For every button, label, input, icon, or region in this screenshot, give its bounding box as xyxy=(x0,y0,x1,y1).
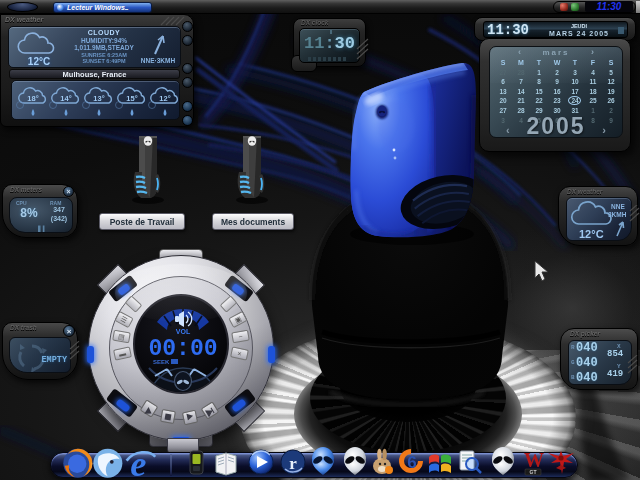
svg-text:14°: 14° xyxy=(60,94,71,103)
svg-text:18°: 18° xyxy=(27,94,38,103)
svg-text:15°: 15° xyxy=(126,94,137,103)
svg-text:NNE: NNE xyxy=(611,203,625,210)
svg-text:6: 6 xyxy=(407,453,416,472)
svg-text:GT: GT xyxy=(530,469,537,475)
svg-text:SEEK: SEEK xyxy=(153,359,170,365)
svg-text:3KMH: 3KMH xyxy=(608,211,627,218)
svg-text:13°: 13° xyxy=(93,94,104,103)
svg-text:W: W xyxy=(524,449,544,471)
svg-text:VOL: VOL xyxy=(176,328,191,335)
svg-text:r: r xyxy=(289,454,297,473)
svg-text:12°C: 12°C xyxy=(579,228,604,240)
svg-text:12°: 12° xyxy=(159,94,170,103)
svg-text:e: e xyxy=(130,444,146,480)
